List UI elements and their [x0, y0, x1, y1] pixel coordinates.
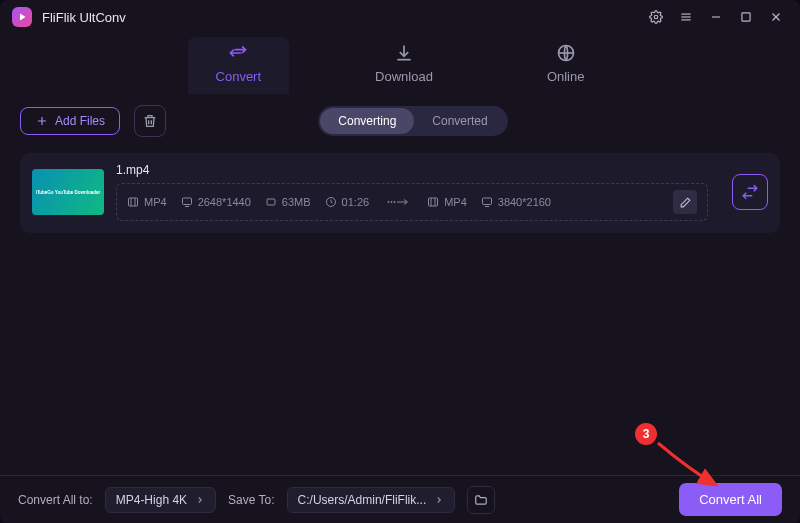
tab-label: Convert: [216, 69, 262, 84]
hamburger-icon: [679, 10, 693, 24]
monitor-icon: [481, 196, 493, 208]
trash-icon: [142, 113, 158, 129]
main-tabs: Convert Download Online: [0, 34, 800, 94]
add-files-button[interactable]: Add Files: [20, 107, 120, 135]
save-path-value: C:/Users/Admin/FliFlik...: [298, 493, 427, 507]
edit-output-button[interactable]: [673, 190, 697, 214]
svg-rect-5: [742, 13, 750, 21]
svg-rect-22: [429, 198, 438, 206]
svg-point-19: [391, 201, 392, 202]
globe-icon: [556, 43, 576, 63]
close-button[interactable]: [764, 5, 788, 29]
status-segment: Converting Converted: [318, 106, 507, 136]
src-resolution: 2648*1440: [181, 196, 251, 208]
minimize-button[interactable]: [704, 5, 728, 29]
svg-rect-14: [182, 198, 191, 205]
svg-rect-25: [482, 198, 491, 205]
storage-icon: [265, 196, 277, 208]
tab-convert[interactable]: Convert: [188, 37, 290, 94]
download-icon: [394, 43, 414, 63]
file-card: iTubeGo YouTube Downloader 1.mp4 MP4 264…: [20, 153, 780, 233]
app-logo: [12, 7, 32, 27]
edit-icon: [679, 196, 692, 209]
close-icon: [769, 10, 783, 24]
save-to-label: Save To:: [228, 493, 274, 507]
src-size: 63MB: [265, 196, 311, 208]
file-meta-row: MP4 2648*1440 63MB 01:26: [116, 183, 708, 221]
svg-rect-16: [267, 199, 275, 205]
film-icon: [427, 196, 439, 208]
menu-button[interactable]: [674, 5, 698, 29]
svg-rect-11: [129, 198, 138, 206]
monitor-icon: [181, 196, 193, 208]
output-profile-select[interactable]: MP4-High 4K: [105, 487, 216, 513]
convert-all-to-label: Convert All to:: [18, 493, 93, 507]
settings-button[interactable]: [644, 5, 668, 29]
src-format: MP4: [127, 196, 167, 208]
file-thumbnail[interactable]: iTubeGo YouTube Downloader: [32, 169, 104, 215]
dst-format: MP4: [427, 196, 467, 208]
delete-button[interactable]: [134, 105, 166, 137]
maximize-icon: [739, 10, 753, 24]
folder-icon: [474, 493, 488, 507]
file-name: 1.mp4: [116, 163, 708, 177]
tab-label: Online: [547, 69, 585, 84]
tab-label: Download: [375, 69, 433, 84]
svg-point-18: [388, 201, 389, 202]
segment-converting[interactable]: Converting: [320, 108, 414, 134]
svg-point-20: [394, 201, 395, 202]
thumbnail-label: iTubeGo YouTube Downloader: [36, 190, 101, 195]
arrow-right-icon: [387, 195, 409, 209]
open-folder-button[interactable]: [467, 486, 495, 514]
convert-all-button[interactable]: Convert All: [679, 483, 782, 516]
swap-arrows-icon: [228, 43, 248, 63]
svg-point-0: [654, 15, 658, 19]
arrow-divider: [387, 195, 409, 209]
minimize-icon: [709, 10, 723, 24]
gear-icon: [649, 10, 663, 24]
segment-converted[interactable]: Converted: [414, 108, 505, 134]
app-title: FliFlik UltConv: [42, 10, 126, 25]
swap-icon: [741, 183, 759, 201]
dst-resolution: 3840*2160: [481, 196, 551, 208]
save-path-select[interactable]: C:/Users/Admin/FliFlik...: [287, 487, 456, 513]
tab-online[interactable]: Online: [519, 37, 613, 94]
film-icon: [127, 196, 139, 208]
chevron-right-icon: [195, 495, 205, 505]
clock-icon: [325, 196, 337, 208]
maximize-button[interactable]: [734, 5, 758, 29]
src-duration: 01:26: [325, 196, 370, 208]
chevron-right-icon: [434, 495, 444, 505]
output-profile-value: MP4-High 4K: [116, 493, 187, 507]
convert-item-button[interactable]: [732, 174, 768, 210]
tab-download[interactable]: Download: [347, 37, 461, 94]
add-files-label: Add Files: [55, 114, 105, 128]
plus-icon: [35, 114, 49, 128]
